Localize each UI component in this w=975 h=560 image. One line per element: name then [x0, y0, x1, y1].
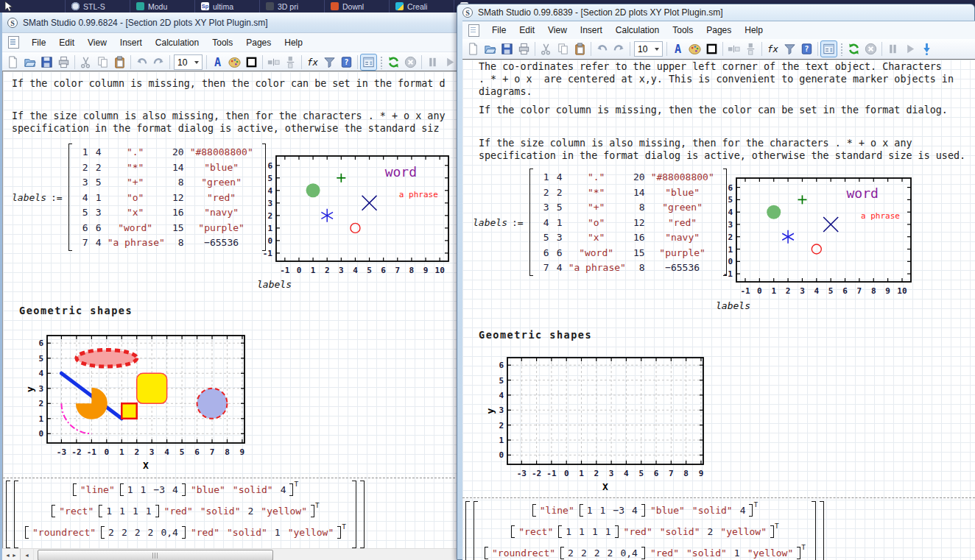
options-button[interactable] [360, 54, 377, 71]
menu-help[interactable]: Help [278, 35, 309, 50]
vsep-button[interactable] [282, 54, 299, 71]
xy-scatter-plot[interactable]: -1012345678910-10123456worda phrase [257, 152, 457, 283]
browser-tab-modu[interactable]: Modu [130, 0, 194, 13]
labels-matrix-definition[interactable]: labels := 14"."20"#88008800"22"*"14"blue… [12, 143, 266, 251]
save-button[interactable] [499, 40, 515, 57]
labels-matrix-definition[interactable]: labels := 14"."20"#88008800"22"*"14"blue… [473, 169, 727, 276]
browser-tab-ultima[interactable]: Spultima [194, 0, 259, 13]
shapes-matrix-expression[interactable]: "line"11−34"blue""solid"4T "rect"1111"re… [6, 481, 352, 548]
redo-button[interactable] [150, 54, 167, 71]
new-button[interactable] [465, 40, 482, 57]
menu-view[interactable]: View [81, 35, 113, 50]
svg-text:6: 6 [842, 286, 848, 296]
menu-view[interactable]: View [541, 23, 574, 38]
page-nav-buttons[interactable]: ◄ ► [2, 549, 21, 560]
svg-text:8: 8 [683, 469, 689, 478]
text-region[interactable]: If the color column is missing, then the… [12, 77, 446, 90]
menu-pages[interactable]: Pages [700, 23, 738, 38]
scroll-left-button[interactable]: ◄ [21, 549, 34, 560]
text-region[interactable]: If the color column is missing, then the… [479, 104, 948, 116]
fontcolor-button[interactable] [669, 40, 686, 57]
menu-edit[interactable]: Edit [52, 35, 81, 50]
menu-insert[interactable]: Insert [574, 23, 609, 38]
helpbook-button[interactable] [338, 54, 355, 71]
xy-scatter-plot[interactable]: -1012345678910-10123456worda phrase [717, 174, 920, 304]
menu-edit[interactable]: Edit [513, 23, 541, 38]
menu-file[interactable]: File [485, 23, 513, 38]
print-button[interactable] [515, 40, 532, 57]
dropdown-caret-icon[interactable] [194, 61, 199, 64]
filter-button[interactable] [781, 40, 798, 57]
stop-button[interactable] [862, 40, 879, 57]
fx-icon [306, 55, 320, 69]
vsep-button[interactable] [742, 40, 759, 57]
paste-button[interactable] [111, 54, 128, 71]
section-heading[interactable]: Geometric shapes [479, 329, 592, 341]
svg-text:word: word [847, 185, 879, 201]
svg-text:6: 6 [38, 339, 43, 348]
scrollbar-track[interactable] [34, 549, 457, 560]
hsep-button[interactable] [725, 40, 742, 57]
svg-text:4: 4 [814, 286, 820, 296]
undo-button[interactable] [133, 54, 150, 71]
refresh-button[interactable] [845, 40, 862, 57]
cut-button[interactable] [77, 54, 94, 71]
open-button[interactable] [21, 54, 38, 71]
geometric-shapes-plot[interactable]: -3-2-101234567890123456Xy [25, 331, 253, 475]
menu-tools[interactable]: Tools [205, 35, 239, 50]
helpbook-button[interactable] [798, 40, 815, 57]
open-button[interactable] [482, 40, 499, 57]
cut-button[interactable] [538, 40, 555, 57]
dropdown-caret-icon[interactable] [655, 48, 659, 51]
section-heading[interactable]: Geometric shapes [19, 305, 133, 316]
browser-tab-stl-s[interactable]: STL-S [65, 0, 130, 13]
scrollbar-thumb[interactable] [38, 550, 273, 560]
filter-icon [323, 55, 337, 69]
copy-button[interactable] [94, 54, 111, 71]
browser-tab-creali[interactable]: Creali [389, 0, 454, 13]
save-button[interactable] [38, 54, 55, 71]
pause-button[interactable] [424, 54, 441, 71]
new-button[interactable] [4, 54, 21, 71]
play-button[interactable] [441, 54, 457, 71]
border-button[interactable] [243, 54, 260, 71]
fx-button[interactable] [764, 40, 781, 57]
shapes-matrix-expression[interactable]: "line"11−34"blue""solid"4T "rect"1111"re… [465, 501, 812, 560]
play-button[interactable] [901, 40, 918, 57]
pause-button[interactable] [884, 40, 901, 57]
text-region[interactable]: The co-ordinates refer to the upper left… [479, 60, 954, 98]
redo-button[interactable] [610, 40, 627, 57]
copy-button[interactable] [555, 40, 571, 57]
fontcolor-button[interactable] [209, 54, 226, 71]
print-button[interactable] [55, 54, 72, 71]
stop-button[interactable] [402, 54, 419, 71]
font-size-select[interactable]: 10 [634, 41, 663, 57]
text-region[interactable]: If the size column is also missing, then… [12, 110, 446, 135]
browser-tab-3d-pri[interactable]: 3D pri [259, 0, 324, 13]
filter-button[interactable] [321, 54, 338, 71]
menu-calculation[interactable]: Calculation [149, 35, 205, 50]
menu-tools[interactable]: Tools [666, 23, 700, 38]
menu-calculation[interactable]: Calculation [609, 23, 666, 38]
paste-button[interactable] [571, 40, 588, 57]
menu-insert[interactable]: Insert [113, 35, 149, 50]
worksheet-canvas[interactable]: The co-ordinates refer to the upper left… [462, 59, 975, 560]
border-button[interactable] [703, 40, 720, 57]
fx-button[interactable] [304, 54, 321, 71]
font-size-select[interactable]: 10 [174, 54, 203, 70]
menu-help[interactable]: Help [738, 23, 770, 38]
menu-file[interactable]: File [25, 35, 52, 50]
down-button[interactable] [918, 40, 935, 57]
menu-pages[interactable]: Pages [239, 35, 278, 50]
palette-button[interactable] [226, 54, 243, 71]
options-button[interactable] [820, 40, 837, 57]
refresh-button[interactable] [385, 54, 402, 71]
worksheet-canvas[interactable]: If the color column is missing, then the… [2, 71, 457, 548]
browser-tab-downl[interactable]: Downl [324, 0, 389, 13]
toolbar: 10 [2, 52, 457, 73]
text-region[interactable]: If the size column is also missing, then… [479, 137, 965, 162]
undo-button[interactable] [594, 40, 610, 57]
palette-button[interactable] [686, 40, 703, 57]
hsep-button[interactable] [265, 54, 282, 71]
geometric-shapes-plot-empty[interactable]: -3-2-101234567890123456Xy [485, 353, 712, 497]
